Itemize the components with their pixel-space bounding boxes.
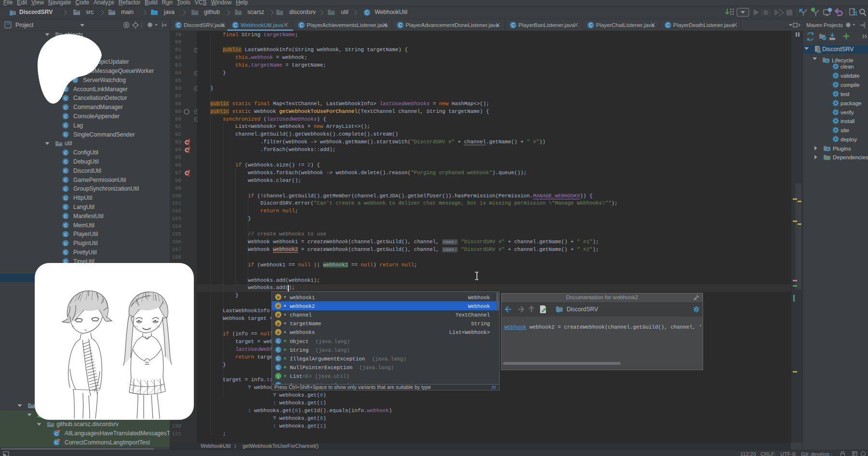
svg-text:test: test xyxy=(841,91,850,97)
svg-text:<E> (java.util): <E> (java.util) xyxy=(302,373,349,379)
svg-text:IllegalArgumentException: IllegalArgumentException xyxy=(290,356,365,362)
svg-text:C: C xyxy=(398,23,402,28)
svg-text:GamePermissionUtil: GamePermissionUtil xyxy=(73,177,126,183)
svg-text:(java.lang): (java.lang) xyxy=(315,347,350,353)
svg-text:List<Webhook>: List<Webhook> xyxy=(449,330,490,335)
svg-text:String: String xyxy=(471,321,490,327)
svg-text:validate: validate xyxy=(841,73,860,79)
svg-text:verify: verify xyxy=(841,110,854,115)
svg-text:(java.lang): (java.lang) xyxy=(359,365,393,371)
svg-text:LangUtil: LangUtil xyxy=(73,204,95,210)
svg-text:C: C xyxy=(666,23,669,28)
svg-text:C: C xyxy=(365,10,368,15)
svg-text:m: m xyxy=(817,49,821,54)
svg-text:install: install xyxy=(841,118,854,124)
svg-text:C: C xyxy=(511,23,515,28)
svg-text:PlayerUtil: PlayerUtil xyxy=(73,231,98,237)
svg-text:C: C xyxy=(589,23,592,28)
svg-text:ConfigUtil: ConfigUtil xyxy=(73,149,98,156)
svg-text:(java.lang): (java.lang) xyxy=(372,356,406,362)
svg-text:PrettyUtil: PrettyUtil xyxy=(73,249,97,256)
svg-text:DebugUtil: DebugUtil xyxy=(73,158,99,165)
svg-text:Project: Project xyxy=(15,22,34,28)
svg-text:clean: clean xyxy=(841,64,854,69)
svg-text:(java.lang): (java.lang) xyxy=(315,339,350,345)
svg-text:MemUtil: MemUtil xyxy=(73,222,95,229)
svg-text:GroupSynchronizationUtil: GroupSynchronizationUtil xyxy=(73,185,139,192)
svg-text:HttpUtil: HttpUtil xyxy=(73,194,92,201)
svg-text:PluginUtil: PluginUtil xyxy=(73,240,98,247)
svg-text:github.scarsz.discordsrv: github.scarsz.discordsrv xyxy=(56,421,119,428)
svg-text:webhook2: webhook2 xyxy=(290,304,315,309)
svg-text:util: util xyxy=(65,140,72,147)
svg-text:SingleCommandSender: SingleCommandSender xyxy=(73,131,135,138)
svg-text:List: List xyxy=(290,373,302,379)
svg-text:Dependencies: Dependencies xyxy=(833,154,868,160)
svg-text:C: C xyxy=(176,23,180,28)
svg-text:package: package xyxy=(841,100,861,106)
svg-text:String: String xyxy=(290,347,309,353)
svg-text:NullPointerException: NullPointerException xyxy=(290,365,353,371)
svg-text:channel: channel xyxy=(290,312,312,318)
svg-text:Plugins: Plugins xyxy=(833,146,851,152)
svg-text:C: C xyxy=(233,23,237,28)
svg-text:targetName: targetName xyxy=(290,321,321,327)
svg-text:Lag: Lag xyxy=(73,122,83,129)
svg-text:Object: Object xyxy=(290,339,309,345)
svg-text:C: C xyxy=(299,23,303,28)
svg-text:DiscordSRV: DiscordSRV xyxy=(822,46,854,53)
svg-text:Webhook: Webhook xyxy=(468,304,490,309)
svg-text:deploy: deploy xyxy=(841,137,857,142)
svg-text:TextChannel: TextChannel xyxy=(456,312,490,318)
svg-text:site: site xyxy=(841,127,849,133)
svg-text:AllLanguagesHaveTranslatedMess: AllLanguagesHaveTranslatedMessagesTest xyxy=(65,430,170,437)
svg-text:compile: compile xyxy=(841,82,860,88)
svg-text:ManifestUtil: ManifestUtil xyxy=(73,213,104,220)
svg-text:Webhook: Webhook xyxy=(468,295,490,301)
svg-text:CorrectCommonsLangImportTest: CorrectCommonsLangImportTest xyxy=(65,439,150,446)
svg-text:Lifecycle: Lifecycle xyxy=(832,57,854,63)
svg-text:webhooks: webhooks xyxy=(290,330,315,335)
svg-text:webhook1: webhook1 xyxy=(290,295,315,301)
svg-text:ConsoleAppender: ConsoleAppender xyxy=(73,113,120,120)
svg-text:DiscordUtil: DiscordUtil xyxy=(73,167,101,174)
